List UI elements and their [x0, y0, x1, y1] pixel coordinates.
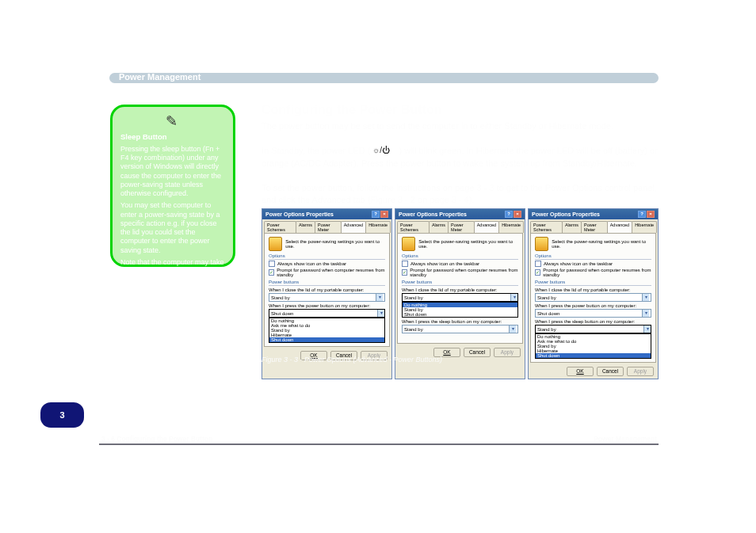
apply-button[interactable]: Apply	[627, 367, 654, 376]
dialog-title: Power Options Properties	[399, 211, 467, 217]
dialog-screenshots: Power Options Properties ? × Power Schem…	[262, 208, 659, 379]
tab-alarms[interactable]: Alarms	[296, 221, 315, 233]
note-paragraph-1: Pressing the sleep button (Fn + F4 key c…	[120, 145, 225, 199]
checkbox-taskbar-label: Always show icon on the taskbar	[277, 261, 346, 266]
checkbox-taskbar-label: Always show icon on the taskbar	[544, 261, 613, 266]
figure-caption: Figure 3 - 3 - Power Options (Advanced -…	[262, 356, 442, 364]
tab-power-schemes[interactable]: Power Schemes	[530, 221, 563, 233]
checkbox-password-label: Prompt for password when computer resume…	[277, 268, 385, 277]
dialog-titlebar: Power Options Properties ? ×	[529, 209, 658, 219]
dialog-panel: Select the power-saving settings you wan…	[264, 233, 390, 347]
sleep-btn-select[interactable]: Stand by▾	[402, 325, 518, 333]
tab-power-meter[interactable]: Power Meter	[581, 221, 608, 233]
opt-shutdown[interactable]: Shut down	[536, 353, 651, 358]
checkbox-taskbar-label: Always show icon on the taskbar	[410, 261, 479, 266]
sleep-btn-label: When I press the sleep button on my comp…	[535, 319, 651, 324]
tab-power-schemes[interactable]: Power Schemes	[264, 221, 296, 233]
power-btn-dropdown[interactable]: Do nothing Ask me what to do Stand by Hi…	[269, 318, 385, 343]
chevron-down-icon: ▾	[510, 294, 517, 301]
sleep-btn-dropdown[interactable]: Do nothing Ask me what to do Stand by Hi…	[535, 333, 651, 359]
lid-select[interactable]: Stand by▾	[269, 293, 385, 302]
power-buttons-group: Power buttons	[269, 280, 385, 286]
tab-strip: Power Schemes Alarms Power Meter Advance…	[262, 219, 391, 233]
opt-shutdown[interactable]: Shut down	[269, 337, 384, 342]
footer-rule	[99, 444, 659, 445]
tab-advanced[interactable]: Advanced	[341, 221, 366, 233]
dialog-3: Power Options Properties ? × Power Schem…	[528, 208, 659, 379]
tab-hibernate[interactable]: Hibernate	[365, 221, 391, 233]
chevron-down-icon: ▾	[509, 326, 516, 333]
tab-power-schemes[interactable]: Power Schemes	[397, 221, 430, 233]
panel-desc: Select the power-saving settings you wan…	[418, 239, 518, 249]
sleep-btn-value: Stand by	[536, 327, 558, 332]
checkbox-password-label: Prompt for password when computer resume…	[543, 268, 651, 277]
battery-icon	[402, 237, 415, 251]
tab-hibernate[interactable]: Hibernate	[632, 221, 657, 233]
tab-hibernate[interactable]: Hibernate	[498, 221, 524, 233]
cancel-button[interactable]: Cancel	[464, 348, 491, 357]
lid-label: When I close the lid of my portable comp…	[269, 287, 385, 292]
help-icon[interactable]: ?	[505, 211, 513, 218]
ok-button[interactable]: OK	[567, 367, 594, 376]
power-btn-select-open[interactable]: Shut down▾	[269, 309, 385, 318]
dialog-2: Power Options Properties ? × Power Schem…	[395, 208, 525, 379]
lid-value: Stand by	[271, 295, 290, 300]
lid-value: Stand by	[537, 295, 556, 300]
dialog-1: Power Options Properties ? × Power Schem…	[262, 208, 392, 379]
close-icon[interactable]: ×	[647, 211, 655, 218]
power-led-icon: ☼/⏻	[372, 146, 396, 158]
opt-shutdown[interactable]: Shut down	[403, 312, 517, 317]
dialog-title: Power Options Properties	[265, 211, 334, 217]
body-paragraph-2: In Standby, the power LED ( ☼/⏻ ) will b…	[262, 145, 662, 169]
power-btn-label: When I press the power button on my comp…	[535, 303, 651, 308]
checkbox-taskbar[interactable]	[402, 261, 408, 267]
note-paragraph-2: You may set the computer to enter a powe…	[120, 201, 225, 255]
checkbox-password[interactable]: ✓	[402, 269, 407, 276]
tab-power-meter[interactable]: Power Meter	[315, 221, 342, 233]
apply-button[interactable]: Apply	[494, 348, 521, 357]
sleep-btn-select-open[interactable]: Stand by▾	[535, 325, 651, 333]
battery-icon	[269, 237, 282, 251]
tab-advanced[interactable]: Advanced	[474, 221, 499, 233]
power-buttons-group: Power buttons	[402, 280, 518, 286]
checkbox-password[interactable]: ✓	[535, 269, 540, 276]
dialog-panel: Select the power-saving settings you wan…	[397, 233, 523, 344]
close-icon[interactable]: ×	[514, 211, 521, 218]
body-p2-a: In Standby, the power LED (	[262, 146, 370, 155]
power-buttons-group: Power buttons	[535, 280, 651, 286]
lid-select[interactable]: Stand by▾	[535, 293, 651, 302]
help-icon[interactable]: ?	[372, 211, 380, 218]
power-btn-label: When I press the power button on my comp…	[269, 303, 385, 308]
help-icon[interactable]: ?	[638, 211, 646, 218]
body-paragraph-1: The power button may be set to send the …	[262, 120, 658, 132]
tab-strip: Power Schemes Alarms Power Meter Advance…	[529, 219, 658, 233]
tab-alarms[interactable]: Alarms	[562, 221, 582, 233]
dialog-titlebar: Power Options Properties ? ×	[395, 209, 525, 219]
checkbox-password[interactable]: ✓	[269, 269, 274, 276]
tab-advanced[interactable]: Advanced	[607, 221, 632, 233]
note-paragraph-3: Note that the computer may take a few mo…	[120, 258, 225, 312]
checkbox-password-label: Prompt for password when computer resume…	[410, 268, 518, 277]
sleep-btn-label: When I press the sleep button on my comp…	[402, 319, 518, 324]
note-box: ✎ Sleep Button Pressing the sleep button…	[110, 105, 235, 267]
chevron-down-icon: ▾	[643, 326, 651, 333]
power-btn-value: Shut down	[537, 311, 559, 316]
footer-title: Power Management	[594, 435, 657, 443]
options-group: Options	[269, 253, 385, 260]
checkbox-taskbar[interactable]	[269, 261, 275, 267]
tab-alarms[interactable]: Alarms	[429, 221, 449, 233]
power-btn-select[interactable]: Shut down▾	[535, 309, 651, 318]
tab-power-meter[interactable]: Power Meter	[448, 221, 475, 233]
lid-value: Stand by	[403, 295, 425, 300]
page-number-badge: 3	[40, 402, 84, 428]
chevron-down-icon: ▾	[377, 310, 384, 317]
checkbox-taskbar[interactable]	[535, 261, 541, 267]
lid-select-open[interactable]: Stand by▾	[402, 293, 518, 302]
cancel-button[interactable]: Cancel	[597, 367, 624, 376]
lid-dropdown[interactable]: Do nothing Stand by Shut down	[402, 302, 518, 318]
dialog-titlebar: Power Options Properties ? ×	[262, 209, 391, 219]
panel-desc: Select the power-saving settings you wan…	[285, 239, 385, 249]
section-title: Configuring the Power Button	[262, 103, 442, 117]
chevron-down-icon: ▾	[642, 294, 649, 301]
close-icon[interactable]: ×	[380, 211, 388, 218]
